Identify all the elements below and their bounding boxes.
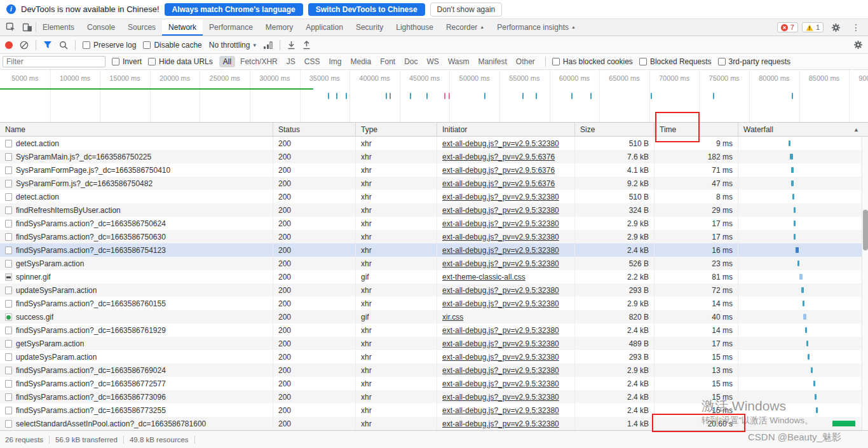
column-header-name[interactable]: Name [0, 123, 273, 136]
request-row[interactable]: SysParamForm.js?_dc=1663586750482 200 xh… [0, 177, 868, 190]
type-filter-ws[interactable]: WS [423, 56, 443, 67]
column-header-type[interactable]: Type [356, 123, 437, 136]
tab-lighthouse[interactable]: Lighthouse [390, 19, 440, 36]
initiator-link[interactable]: ext-all-debug.js?_pv=v2.9.5:32380 [442, 393, 559, 402]
third-party-requests-checkbox[interactable]: 3rd-party requests [718, 57, 790, 66]
search-icon[interactable] [59, 41, 68, 50]
filter-toggle-icon[interactable] [43, 41, 52, 49]
request-row[interactable]: detect.action 200 xhr ext-all-debug.js?_… [0, 137, 868, 150]
column-header-time[interactable]: Time [654, 123, 738, 136]
type-filter-manifest[interactable]: Manifest [474, 56, 510, 67]
request-row[interactable]: findSysParams.action?_dc=1663586760155 2… [0, 297, 868, 310]
type-filter-media[interactable]: Media [346, 56, 375, 67]
export-har-icon[interactable] [302, 41, 311, 50]
request-row[interactable]: findSysParams.action?_dc=1663586754123 2… [0, 243, 868, 257]
has-blocked-cookies-checkbox[interactable]: Has blocked cookies [552, 57, 633, 66]
request-row[interactable]: findSysParams.action?_dc=1663586750624 2… [0, 217, 868, 230]
inspect-element-icon[interactable] [3, 19, 19, 36]
type-filter-img[interactable]: Img [325, 56, 345, 67]
tab-elements[interactable]: Elements [36, 19, 81, 36]
request-row[interactable]: detect.action 200 xhr ext-all-debug.js?_… [0, 190, 868, 203]
tab-sources[interactable]: Sources [121, 19, 162, 36]
tab-performance-insights[interactable]: Performance insights▲ [491, 19, 582, 36]
initiator-link[interactable]: ext-all-debug.js?_pv=v2.9.5:32380 [442, 246, 559, 255]
request-row[interactable]: updateSysParam.action 200 xhr ext-all-de… [0, 283, 868, 297]
request-row[interactable]: findSysParams.action?_dc=1663586773096 2… [0, 390, 868, 404]
request-row[interactable]: findSysParams.action?_dc=1663586750630 2… [0, 230, 868, 243]
warning-badge[interactable]: 1 [802, 22, 824, 32]
initiator-link[interactable]: ext-all-debug.js?_pv=v2.9.5:32380 [442, 139, 559, 148]
request-row[interactable]: findSysParams.action?_dc=1663586761929 2… [0, 323, 868, 337]
tab-network[interactable]: Network [162, 19, 203, 36]
tab-performance[interactable]: Performance [203, 19, 259, 36]
request-row[interactable]: findSysParams.action?_dc=1663586769024 2… [0, 363, 868, 377]
initiator-link[interactable]: ext-all-debug.js?_pv=v2.9.5:32380 [442, 299, 559, 308]
initiator-link[interactable]: ext-all-debug.js?_pv=v2.9.5:32380 [442, 219, 559, 228]
initiator-link[interactable]: ext-theme-classic-all.css [442, 273, 526, 282]
vertical-scrollbar[interactable] [862, 137, 868, 430]
dont-show-again-button[interactable]: Don't show again [430, 3, 503, 17]
blocked-requests-checkbox[interactable]: Blocked Requests [639, 57, 712, 66]
initiator-link[interactable]: ext-all-debug.js?_pv=v2.9.5:32380 [442, 406, 559, 415]
device-toolbar-icon[interactable] [19, 19, 36, 36]
disable-cache-checkbox[interactable]: Disable cache [143, 41, 201, 50]
column-header-initiator[interactable]: Initiator [437, 123, 575, 136]
initiator-link[interactable]: xir.css [442, 313, 463, 322]
initiator-link[interactable]: ext-all-debug.js?_pv=v2.9.5:32380 [442, 353, 559, 362]
initiator-link[interactable]: ext-all-debug.js?_pv=v2.9.5:32380 [442, 233, 559, 241]
switch-to-chinese-button[interactable]: Switch DevTools to Chinese [308, 3, 425, 16]
scrollbar-thumb[interactable] [863, 210, 868, 250]
type-filter-wasm[interactable]: Wasm [444, 56, 473, 67]
invert-checkbox[interactable]: Invert [112, 57, 142, 66]
filter-input[interactable] [3, 56, 105, 67]
initiator-link[interactable]: ext-all-debug.js?_pv=v2.9.5:6376 [442, 166, 555, 175]
error-badge[interactable]: 7 [777, 22, 798, 32]
request-row[interactable]: updateSysParam.action 200 xhr ext-all-de… [0, 350, 868, 363]
request-row[interactable]: getSysParam.action 200 xhr ext-all-debug… [0, 257, 868, 270]
request-row[interactable]: success.gif 200 gif xir.css 820 B 40 ms [0, 310, 868, 323]
type-filter-font[interactable]: Font [376, 56, 399, 67]
more-options-icon[interactable]: ⋮ [848, 22, 864, 32]
type-filter-other[interactable]: Other [512, 56, 539, 67]
initiator-link[interactable]: ext-all-debug.js?_pv=v2.9.5:32380 [442, 339, 559, 348]
type-filter-doc[interactable]: Doc [400, 56, 421, 67]
preserve-log-checkbox[interactable]: Preserve log [83, 41, 136, 50]
request-row[interactable]: getSysParam.action 200 xhr ext-all-debug… [0, 337, 868, 350]
tab-memory[interactable]: Memory [259, 19, 299, 36]
initiator-link[interactable]: ext-all-debug.js?_pv=v2.9.5:32380 [442, 419, 559, 428]
network-settings-gear-icon[interactable] [853, 40, 863, 50]
request-row[interactable]: spinner.gif 200 gif ext-theme-classic-al… [0, 270, 868, 283]
clear-network-log-icon[interactable] [20, 41, 29, 50]
always-match-language-button[interactable]: Always match Chrome's language [165, 3, 303, 16]
throttling-select[interactable]: No throttling ▾ [209, 41, 256, 50]
initiator-link[interactable]: ext-all-debug.js?_pv=v2.9.5:32380 [442, 206, 559, 215]
type-filter-css[interactable]: CSS [301, 56, 324, 67]
tab-console[interactable]: Console [81, 19, 121, 36]
request-row[interactable]: SysParamFormPage.js?_dc=1663586750410 20… [0, 163, 868, 177]
request-row[interactable]: SysParamMain.js?_dc=1663586750225 200 xh… [0, 150, 868, 163]
settings-gear-icon[interactable] [827, 23, 844, 32]
initiator-link[interactable]: ext-all-debug.js?_pv=v2.9.5:32380 [442, 286, 559, 295]
initiator-link[interactable]: ext-all-debug.js?_pv=v2.9.5:32380 [442, 326, 559, 335]
column-header-waterfall[interactable]: Waterfall ▲ [738, 123, 868, 136]
record-button[interactable] [5, 41, 13, 49]
tab-application[interactable]: Application [299, 19, 349, 36]
request-row[interactable]: selectStandardAssetInPool.action?_dc=166… [0, 417, 868, 430]
initiator-link[interactable]: ext-all-debug.js?_pv=v2.9.5:32380 [442, 366, 559, 375]
initiator-link[interactable]: ext-all-debug.js?_pv=v2.9.5:32380 [442, 193, 559, 201]
tab-recorder[interactable]: Recorder▲ [440, 19, 491, 36]
initiator-link[interactable]: ext-all-debug.js?_pv=v2.9.5:6376 [442, 153, 555, 161]
request-row[interactable]: findSysParams.action?_dc=1663586773255 2… [0, 404, 868, 417]
column-header-size[interactable]: Size [575, 123, 654, 136]
hide-data-urls-checkbox[interactable]: Hide data URLs [148, 57, 213, 66]
request-row[interactable]: findRefreshItemsByUser.action 200 xhr ex… [0, 203, 868, 217]
column-header-status[interactable]: Status [273, 123, 356, 136]
network-overview-timeline[interactable]: 5000 ms10000 ms15000 ms20000 ms25000 ms3… [0, 70, 868, 123]
type-filter-all[interactable]: All [219, 56, 235, 67]
import-har-icon[interactable] [287, 41, 295, 50]
type-filter-fetch-xhr[interactable]: Fetch/XHR [236, 56, 281, 67]
tab-security[interactable]: Security [349, 19, 390, 36]
network-conditions-icon[interactable] [263, 41, 273, 49]
initiator-link[interactable]: ext-all-debug.js?_pv=v2.9.5:32380 [442, 259, 559, 268]
type-filter-js[interactable]: JS [283, 56, 299, 67]
